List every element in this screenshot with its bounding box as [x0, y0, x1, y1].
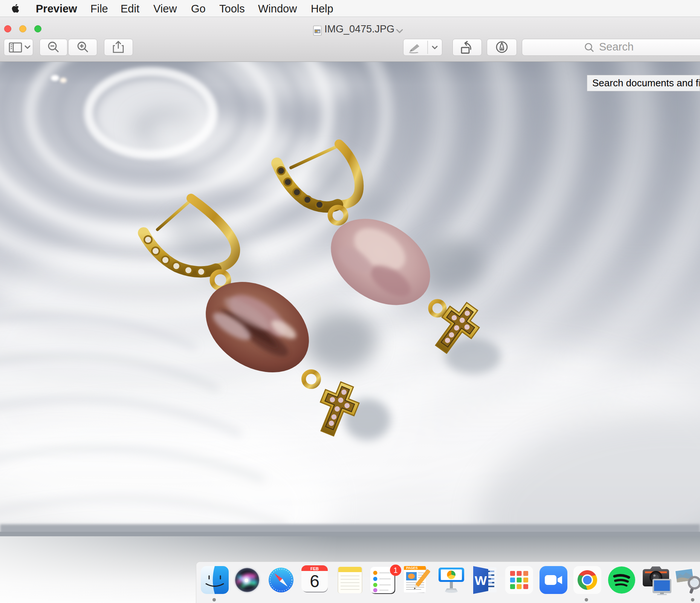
svg-text:FEB: FEB — [310, 566, 319, 571]
svg-text:PAGES: PAGES — [406, 566, 418, 570]
svg-text:1: 1 — [393, 566, 397, 574]
svg-text:6: 6 — [310, 571, 319, 591]
svg-text:Search: Search — [599, 41, 634, 53]
svg-text:W: W — [475, 573, 487, 588]
